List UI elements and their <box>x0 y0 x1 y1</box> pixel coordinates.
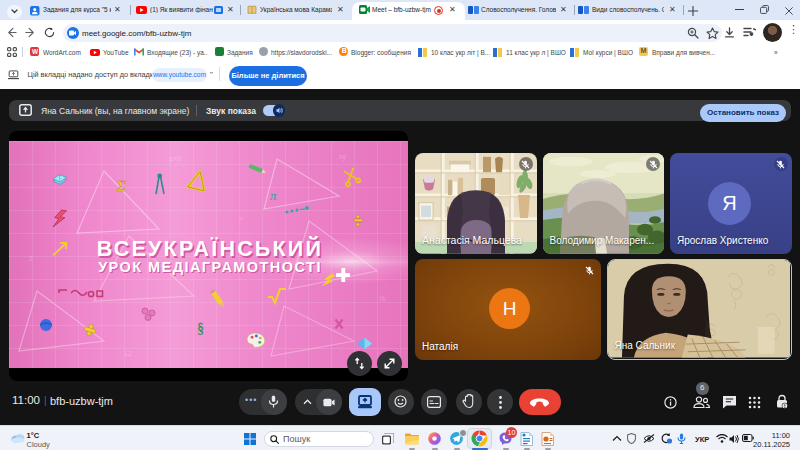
svg-text:%: % <box>379 295 385 302</box>
svg-text:УРОК МЕДІАГРАМОТНОСТІ: УРОК МЕДІАГРАМОТНОСТІ <box>98 258 322 274</box>
svg-text:Σ: Σ <box>29 255 34 262</box>
svg-text:Σ: Σ <box>116 179 126 194</box>
svg-text:12: 12 <box>124 350 132 357</box>
svg-text:=: = <box>239 215 243 222</box>
svg-text:§: § <box>197 321 204 336</box>
svg-text:xy: xy <box>339 153 347 161</box>
svg-text:a+b: a+b <box>169 155 181 162</box>
svg-text:π: π <box>270 188 277 203</box>
svg-text:ВСЕУКРАЇНСЬКИЙ: ВСЕУКРАЇНСЬКИЙ <box>97 236 323 261</box>
